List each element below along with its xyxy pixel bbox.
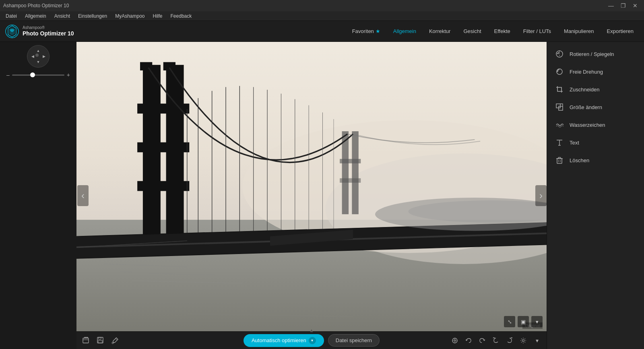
expand-view-button[interactable]: ⤡ bbox=[504, 316, 515, 327]
menu-myashampoo[interactable]: MyAshampoo bbox=[111, 12, 149, 20]
svg-rect-6 bbox=[166, 65, 184, 253]
svg-rect-5 bbox=[143, 65, 161, 253]
image-view-controls: ⤡ ▣ ▾ bbox=[504, 316, 543, 327]
bottom-right-tools: ▾ bbox=[449, 335, 543, 346]
favoriten-label: Favoriten bbox=[352, 28, 374, 34]
tab-gesicht[interactable]: Gesicht bbox=[458, 26, 487, 37]
menu-ansicht[interactable]: Ansicht bbox=[50, 12, 74, 20]
undo-button[interactable] bbox=[463, 335, 474, 346]
svg-rect-45 bbox=[98, 341, 102, 343]
title-bar: Ashampoo Photo Optimizer 10 — ❐ ✕ bbox=[0, 0, 644, 11]
next-button[interactable]: › bbox=[535, 185, 547, 206]
svg-rect-42 bbox=[83, 338, 89, 343]
delete-icon bbox=[555, 156, 564, 165]
svg-rect-10 bbox=[140, 62, 152, 70]
svg-rect-9 bbox=[137, 181, 189, 191]
svg-rect-13 bbox=[352, 131, 358, 214]
svg-rect-44 bbox=[99, 337, 101, 339]
rotate-right-button[interactable] bbox=[504, 335, 515, 346]
tool-label-groesse-aendern: Größe ändern bbox=[570, 104, 602, 110]
tab-effekte[interactable]: Effekte bbox=[489, 26, 516, 37]
svg-point-49 bbox=[522, 339, 524, 341]
svg-rect-55 bbox=[559, 106, 563, 110]
zoom-max-label: + bbox=[67, 72, 70, 78]
save-file-button[interactable]: Datei speichern bbox=[328, 334, 380, 347]
right-panel: Rotieren / Spiegeln Freie Drehung Zuschn… bbox=[547, 42, 644, 349]
svg-point-48 bbox=[454, 340, 456, 341]
auto-optimize-button[interactable]: Automatisch optimieren ▾ bbox=[244, 334, 324, 347]
tab-favoriten[interactable]: Favoriten ★ bbox=[347, 26, 386, 37]
canvas-area: Original ⤡ ▣ ▾ ▲ bbox=[76, 42, 547, 349]
nav-tabs: Favoriten ★ Allgemein Korrektur Gesicht … bbox=[347, 26, 639, 37]
pan-control[interactable]: ▲ ◀ ▶ ▼ bbox=[27, 45, 50, 68]
tool-label-freie-drehung: Freie Drehung bbox=[570, 69, 603, 75]
tool-wasserzeichen[interactable]: Wasserzeichen bbox=[547, 116, 644, 134]
svg-rect-53 bbox=[557, 87, 561, 91]
main-image: Original bbox=[76, 42, 547, 331]
crop-icon bbox=[555, 85, 564, 94]
svg-rect-12 bbox=[342, 131, 349, 214]
zoom-slider-thumb bbox=[30, 72, 35, 77]
svg-rect-54 bbox=[556, 104, 560, 108]
menu-bar: Datei Allgemein Ansicht Einstellungen My… bbox=[0, 11, 644, 21]
close-button[interactable]: ✕ bbox=[630, 1, 641, 10]
more-options-button[interactable]: ▾ bbox=[531, 335, 543, 346]
svg-point-46 bbox=[112, 342, 114, 344]
menu-datei[interactable]: Datei bbox=[2, 12, 21, 20]
product-name: Photo Optimizer 10 bbox=[23, 30, 74, 37]
tab-allgemein[interactable]: Allgemein bbox=[388, 26, 422, 37]
image-container: Original ⤡ ▣ ▾ bbox=[76, 42, 547, 331]
save-button[interactable] bbox=[95, 335, 106, 346]
view-options-button[interactable]: ▾ bbox=[531, 316, 543, 327]
logo-area: Ashampoo® Photo Optimizer 10 bbox=[5, 24, 85, 39]
tool-rotieren-spiegeln[interactable]: Rotieren / Spiegeln bbox=[547, 45, 644, 63]
free-rotate-icon bbox=[555, 67, 564, 76]
tool-label-zuschneiden: Zuschneiden bbox=[570, 87, 599, 93]
redo-button[interactable] bbox=[477, 335, 488, 346]
menu-allgemein[interactable]: Allgemein bbox=[21, 12, 50, 20]
tab-manipulieren[interactable]: Manipulieren bbox=[558, 26, 599, 37]
watermark-icon bbox=[555, 120, 564, 129]
menu-einstellungen[interactable]: Einstellungen bbox=[74, 12, 111, 20]
tool-label-loeschen: Löschen bbox=[570, 157, 589, 163]
tool-label-wasserzeichen: Wasserzeichen bbox=[570, 122, 605, 128]
minimize-button[interactable]: — bbox=[605, 1, 617, 10]
maximize-button[interactable]: ❐ bbox=[617, 1, 629, 10]
auto-optimize-dropdown-arrow: ▾ bbox=[309, 337, 316, 344]
svg-rect-56 bbox=[557, 159, 562, 163]
menu-hilfe[interactable]: Hilfe bbox=[149, 12, 167, 20]
retouch-button[interactable] bbox=[449, 335, 460, 346]
load-button[interactable] bbox=[80, 335, 92, 346]
tool-zuschneiden[interactable]: Zuschneiden bbox=[547, 81, 644, 98]
tool-loeschen[interactable]: Löschen bbox=[547, 151, 644, 169]
tool-text[interactable]: Text bbox=[547, 134, 644, 151]
eyedropper-button[interactable] bbox=[109, 335, 121, 346]
svg-rect-14 bbox=[340, 159, 361, 163]
svg-rect-11 bbox=[163, 62, 175, 70]
auto-optimize-label: Automatisch optimieren bbox=[252, 337, 306, 343]
brand-name: Ashampoo® bbox=[23, 25, 74, 30]
window-controls: — ❐ ✕ bbox=[605, 1, 641, 10]
zoom-control: – + bbox=[3, 72, 73, 78]
zoom-slider[interactable] bbox=[12, 74, 64, 76]
expand-handle[interactable]: ▲ bbox=[309, 328, 314, 333]
fit-view-button[interactable]: ▣ bbox=[518, 316, 529, 327]
bottom-toolbar: ▲ Automatisch optimieren ▾ Datei speiche… bbox=[76, 331, 547, 349]
tab-filter-luts[interactable]: Filter / LUTs bbox=[518, 26, 557, 37]
rotate-mirror-icon bbox=[555, 50, 564, 58]
text-icon bbox=[555, 138, 564, 147]
rotate-left-button[interactable] bbox=[490, 335, 502, 346]
tool-freie-drehung[interactable]: Freie Drehung bbox=[547, 63, 644, 81]
window-title: Ashampoo Photo Optimizer 10 bbox=[3, 3, 605, 8]
favoriten-star: ★ bbox=[376, 28, 380, 34]
bridge-image-svg bbox=[76, 42, 547, 331]
tab-korrektur[interactable]: Korrektur bbox=[423, 26, 456, 37]
tool-groesse-aendern[interactable]: Größe ändern bbox=[547, 98, 644, 116]
bottom-left-tools bbox=[80, 335, 121, 346]
header: Ashampoo® Photo Optimizer 10 Favoriten ★… bbox=[0, 21, 644, 42]
tab-exportieren[interactable]: Exportieren bbox=[601, 26, 639, 37]
svg-rect-7 bbox=[137, 103, 189, 114]
settings-button[interactable] bbox=[518, 335, 529, 346]
prev-button[interactable]: ‹ bbox=[77, 185, 89, 206]
menu-feedback[interactable]: Feedback bbox=[167, 12, 196, 20]
